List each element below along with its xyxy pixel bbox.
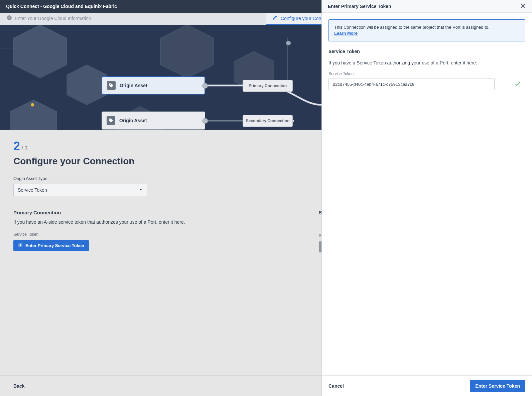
pencil-icon xyxy=(273,15,278,21)
asset-label: Origin Asset xyxy=(119,118,147,123)
learn-more-link[interactable]: Learn More xyxy=(334,31,358,36)
svg-point-10 xyxy=(286,41,291,45)
svg-point-11 xyxy=(110,84,111,85)
primary-heading: Primary Connection xyxy=(13,210,185,215)
svg-marker-2 xyxy=(67,65,107,105)
check-icon xyxy=(7,15,12,21)
origin-asset-secondary[interactable]: Origin Asset xyxy=(102,112,205,130)
svg-point-0 xyxy=(7,15,12,20)
select-value: Service Token xyxy=(18,187,47,193)
step-label: Enter Your Google Cloud Information xyxy=(15,16,91,21)
cancel-button[interactable]: Cancel xyxy=(328,383,344,389)
enter-service-token-button[interactable]: Enter Service Token xyxy=(470,380,525,392)
primary-connection-node: Primary Connection xyxy=(243,80,293,92)
svg-point-7 xyxy=(31,103,34,107)
origin-asset-type-select[interactable]: Service Token xyxy=(13,184,147,196)
svg-point-12 xyxy=(110,119,110,120)
button-label: Enter Primary Service Token xyxy=(25,243,84,248)
panel-footer: Cancel Enter Service Token xyxy=(322,375,532,396)
panel-desc: If you have a Service Token authorizing … xyxy=(328,60,525,65)
main-footer: Back xyxy=(0,375,322,396)
tag-icon xyxy=(107,81,116,90)
primary-desc: If you have an A-side service token that… xyxy=(13,219,185,225)
panel-header: Enter Primary Service Token xyxy=(322,0,532,13)
step-tab-1[interactable]: Enter Your Google Cloud Information xyxy=(0,13,266,25)
back-button[interactable]: Back xyxy=(13,383,24,389)
asset-label: Origin Asset xyxy=(120,83,147,88)
panel-section-title: Service Token xyxy=(328,49,525,54)
origin-asset-primary[interactable]: Origin Asset xyxy=(102,76,205,94)
tag-icon xyxy=(107,116,115,125)
info-banner: This Connection will be assigned to the … xyxy=(328,19,525,41)
svg-marker-1 xyxy=(13,25,67,78)
svg-marker-3 xyxy=(160,25,214,78)
primary-sublabel: Service Token xyxy=(13,232,185,237)
close-icon[interactable] xyxy=(520,3,526,10)
app-title: Quick Connect - Google Cloud and Equinix… xyxy=(6,4,117,9)
svg-point-14 xyxy=(203,118,208,124)
chevron-down-icon xyxy=(139,187,143,193)
service-token-input[interactable] xyxy=(328,78,495,90)
side-panel: Enter Primary Service Token This Connect… xyxy=(321,0,532,396)
check-icon xyxy=(515,81,521,88)
button-label: Enter Service Token xyxy=(475,383,520,389)
svg-point-13 xyxy=(203,83,208,88)
banner-text: This Connection will be assigned to the … xyxy=(334,25,490,30)
enter-primary-token-button[interactable]: Enter Primary Service Token xyxy=(13,240,89,251)
conn-label: Primary Connection xyxy=(249,83,287,88)
panel-body: This Connection will be assigned to the … xyxy=(322,13,532,375)
plus-icon xyxy=(18,243,23,248)
conn-label: Secondary Connection xyxy=(246,119,290,123)
step-total: / 3 xyxy=(21,146,27,151)
panel-title: Enter Primary Service Token xyxy=(328,4,391,9)
secondary-connection-node: Secondary Connection xyxy=(243,115,293,127)
step-current: 2 xyxy=(13,139,20,153)
token-input-label: Service Token xyxy=(328,71,525,76)
primary-connection-section: Primary Connection If you have an A-side… xyxy=(13,210,185,252)
